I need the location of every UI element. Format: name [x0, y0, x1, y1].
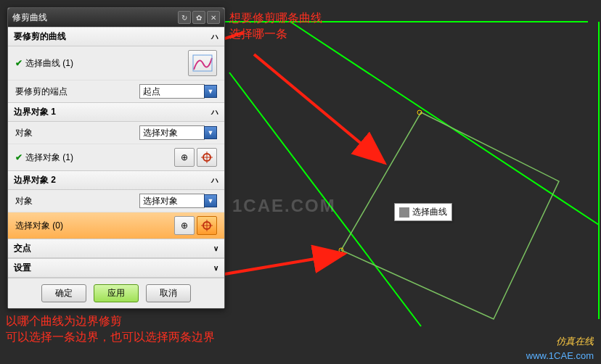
add-selection-icon[interactable]: ⊕ — [174, 216, 195, 235]
curve-preview-icon[interactable] — [188, 50, 217, 76]
apply-button[interactable]: 应用 — [94, 284, 139, 302]
select-object-2-label: 选择对象 (0) — [15, 220, 172, 232]
annotation-top: 想要修剪哪条曲线 选择哪一条 — [229, 10, 322, 43]
chevron-up-icon: ハ — [211, 175, 218, 186]
endpoint-label: 要修剪的端点 — [15, 86, 139, 98]
row-object-2: 对象 选择对象 ▼ — [8, 190, 224, 212]
chevron-down-icon[interactable]: ▼ — [204, 126, 217, 139]
select-curve-label: 选择曲线 (1) — [25, 57, 186, 70]
add-selection-icon[interactable]: ⊕ — [174, 148, 195, 167]
gear-icon[interactable]: ✿ — [192, 11, 205, 24]
object-select-2[interactable]: 选择对象 — [139, 194, 205, 208]
object-label: 对象 — [15, 127, 139, 139]
chevron-up-icon: ハ — [211, 32, 218, 42]
endpoint-select[interactable]: 起点 — [139, 84, 205, 99]
chevron-up-icon: ハ — [211, 107, 218, 117]
select-object-1-label: 选择对象 (1) — [25, 152, 172, 164]
row-select-object-2: 选择对象 (0) ⊕ — [8, 212, 224, 239]
dialog-titlebar[interactable]: 修剪曲线 ↻ ✿ ✕ — [8, 8, 224, 27]
section-label: 设置 — [14, 262, 31, 274]
section-intersection[interactable]: 交点 ∨ — [8, 239, 224, 258]
tooltip-icon — [399, 207, 409, 218]
watermark-url: www.1CAE.com — [526, 350, 594, 361]
section-label: 边界对象 2 — [14, 174, 56, 186]
chevron-down-icon: ∨ — [213, 244, 218, 252]
cancel-button[interactable]: 取消 — [146, 284, 191, 302]
section-label: 交点 — [14, 242, 31, 255]
row-object-1: 对象 选择对象 ▼ — [8, 122, 224, 144]
cursor-tooltip: 选择曲线 — [394, 203, 452, 221]
annotation-line: 可以选择一条边界，也可以选择两条边界 — [6, 329, 215, 345]
chevron-down-icon: ∨ — [213, 264, 218, 272]
row-select-curve: ✔ 选择曲线 (1) — [8, 46, 224, 80]
object-label: 对象 — [15, 195, 139, 207]
tooltip-text: 选择曲线 — [412, 206, 447, 218]
section-boundary-1[interactable]: 边界对象 1 ハ — [8, 102, 224, 122]
section-boundary-2[interactable]: 边界对象 2 ハ — [8, 170, 224, 190]
section-curves-to-trim[interactable]: 要修剪的曲线 ハ — [8, 27, 224, 46]
section-label: 边界对象 1 — [14, 106, 56, 118]
trim-curve-dialog: 修剪曲线 ↻ ✿ ✕ 要修剪的曲线 ハ ✔ 选择曲线 (1) 要修剪的端点 起点… — [7, 7, 225, 309]
check-icon: ✔ — [15, 58, 23, 68]
refresh-icon[interactable]: ↻ — [178, 11, 191, 24]
section-label: 要修剪的曲线 — [14, 30, 66, 43]
section-settings[interactable]: 设置 ∨ — [8, 258, 224, 278]
dialog-title: 修剪曲线 — [12, 12, 176, 24]
ok-button[interactable]: 确定 — [41, 284, 86, 302]
check-icon: ✔ — [15, 152, 23, 162]
watermark-brand: 仿真在线 — [556, 335, 594, 348]
object-select-1[interactable]: 选择对象 — [139, 125, 205, 140]
dialog-footer: 确定 应用 取消 — [8, 278, 224, 308]
annotation-bottom: 以哪个曲线为边界修剪 可以选择一条边界，也可以选择两条边界 — [6, 313, 215, 346]
pick-target-icon[interactable] — [197, 216, 217, 235]
annotation-line: 以哪个曲线为边界修剪 — [6, 313, 215, 329]
row-endpoint: 要修剪的端点 起点 ▼ — [8, 80, 224, 102]
row-select-object-1: ✔ 选择对象 (1) ⊕ — [8, 144, 224, 170]
pick-target-icon[interactable] — [197, 148, 217, 167]
close-icon[interactable]: ✕ — [207, 11, 220, 24]
watermark-big: 1CAE.COM — [232, 196, 336, 216]
annotation-line: 想要修剪哪条曲线 — [229, 10, 322, 26]
chevron-down-icon[interactable]: ▼ — [204, 194, 217, 207]
chevron-down-icon[interactable]: ▼ — [204, 85, 217, 98]
annotation-line: 选择哪一条 — [229, 26, 322, 42]
